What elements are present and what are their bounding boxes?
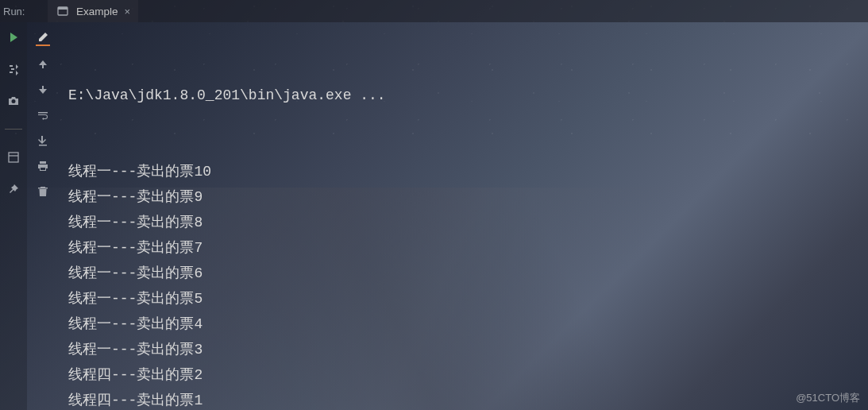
- console-line: 线程四---卖出的票1: [68, 388, 860, 410]
- console-line: 线程一---卖出的票8: [68, 210, 860, 235]
- camera-icon[interactable]: [6, 94, 21, 108]
- console-line: 线程一---卖出的票4: [68, 311, 860, 337]
- soft-wrap-icon[interactable]: [36, 108, 50, 122]
- console-line: 线程一---卖出的票6: [68, 261, 860, 286]
- separator: [5, 129, 22, 130]
- console-line: 线程一---卖出的票9: [68, 184, 860, 210]
- run-tab-example[interactable]: Example ×: [48, 0, 138, 22]
- watermark: @51CTO博客: [796, 391, 860, 405]
- run-tool-header: Run: Example ×: [0, 0, 868, 22]
- close-icon[interactable]: ×: [125, 6, 131, 17]
- debug-steps-icon[interactable]: [6, 62, 21, 76]
- layout-icon[interactable]: [6, 150, 21, 164]
- svg-rect-2: [9, 153, 18, 162]
- console-line: 线程一---卖出的票10: [68, 159, 860, 184]
- scroll-down-icon[interactable]: [36, 83, 50, 97]
- console-command-line: E:\Java\jdk1.8.0_201\bin\java.exe ...: [68, 83, 860, 108]
- console-line: 线程一---卖出的票7: [68, 235, 860, 261]
- console-line: 线程四---卖出的票2: [68, 362, 860, 388]
- console-output[interactable]: E:\Java\jdk1.8.0_201\bin\java.exe ... 线程…: [68, 32, 860, 410]
- svg-rect-1: [58, 7, 68, 10]
- print-icon[interactable]: [36, 159, 50, 173]
- run-label: Run:: [0, 6, 27, 17]
- edit-icon[interactable]: [36, 32, 50, 46]
- console-line: 线程一---卖出的票5: [68, 286, 860, 311]
- tab-label: Example: [76, 6, 118, 17]
- console-toolbar: [27, 22, 59, 410]
- application-icon: [56, 4, 70, 18]
- run-icon[interactable]: [6, 30, 21, 44]
- console-line: 线程一---卖出的票3: [68, 337, 860, 362]
- trash-icon[interactable]: [36, 184, 50, 199]
- scroll-up-icon[interactable]: [36, 57, 50, 72]
- left-gutter: [0, 22, 27, 410]
- scroll-to-end-icon[interactable]: [36, 133, 50, 148]
- pin-icon[interactable]: [6, 182, 21, 196]
